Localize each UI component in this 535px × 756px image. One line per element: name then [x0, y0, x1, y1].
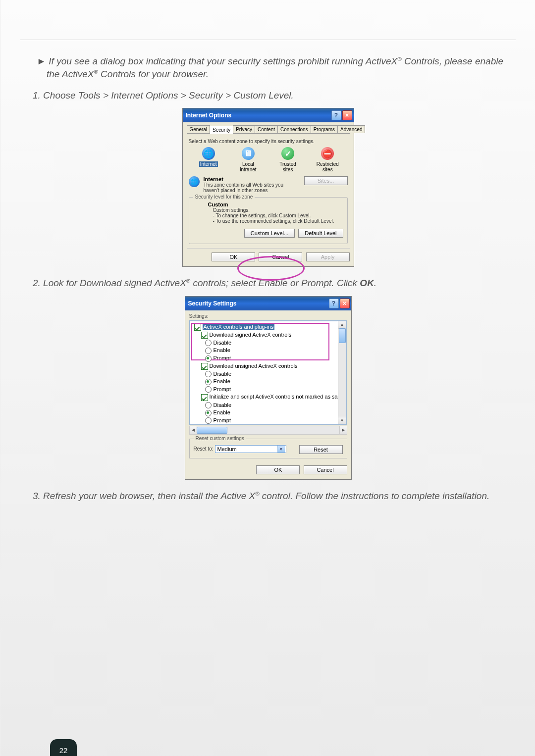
scroll-up-icon[interactable]: ▲ — [338, 321, 346, 329]
tree-item-download-signed[interactable]: Download signed ActiveX controls — [192, 331, 346, 339]
radio-disable-2[interactable]: Disable — [192, 370, 346, 378]
note-text-line3: Controls for your browser. — [98, 69, 209, 79]
restricted-icon: ⛔ — [321, 147, 334, 160]
zone-trusted-sites[interactable]: ✓ Trusted sites — [274, 147, 302, 172]
tree-category-activex[interactable]: ActiveX controls and plug-ins — [192, 323, 346, 331]
step3-text-a: 3. Refresh your web browser, then instal… — [33, 491, 255, 501]
step-3: 3. Refresh your web browser, then instal… — [33, 491, 503, 502]
zone-info-text1: This zone contains all Web sites you — [204, 182, 298, 188]
sites-button[interactable]: Sites... — [304, 176, 348, 185]
horizontal-scrollbar[interactable]: ◀ ▶ — [189, 426, 347, 435]
dialog1-titlebar: Internet Options ? × — [183, 108, 354, 122]
tab-security[interactable]: Security — [210, 126, 233, 134]
radio-prompt-1[interactable]: Prompt — [192, 354, 346, 362]
internet-options-dialog: Internet Options ? × General Security Pr… — [182, 108, 354, 267]
opt-label: Disable — [214, 340, 232, 346]
tab-programs[interactable]: Programs — [311, 125, 338, 133]
cancel-button-2[interactable]: Cancel — [304, 465, 347, 474]
help-button-2[interactable]: ? — [329, 299, 339, 308]
opt-label: Prompt — [214, 355, 231, 361]
step2-text-c: . — [374, 278, 376, 289]
reset-group: Reset custom settings Reset to: Medium R… — [189, 439, 347, 458]
zone-local-intranet[interactable]: 🖥 Local intranet — [234, 147, 262, 172]
globe-small-icon: 🌐 — [189, 176, 200, 187]
opt-label: Enable — [214, 409, 230, 415]
group-legend: Security level for this zone — [193, 194, 255, 200]
tab-content[interactable]: Content — [255, 125, 278, 133]
custom-level-button[interactable]: Custom Level... — [244, 229, 295, 238]
radio-disable-3[interactable]: Disable — [192, 402, 346, 409]
radio-disable-1[interactable]: Disable — [192, 339, 346, 347]
step2-ok: OK — [360, 278, 374, 289]
radio-enable-3[interactable]: Enable — [192, 409, 346, 417]
custom-sub: Custom settings. — [208, 207, 343, 213]
content-area: ► If you see a dialog box indicating tha… — [20, 55, 516, 502]
step2-text-b: controls; select Enable or Prompt. Click — [190, 278, 360, 289]
scroll-left-icon[interactable]: ◀ — [190, 426, 197, 434]
help-button[interactable]: ? — [331, 110, 341, 120]
zone-info-text2: haven't placed in other zones — [204, 188, 298, 193]
tab-advanced[interactable]: Advanced — [337, 125, 365, 133]
dialog1-title: Internet Options — [186, 112, 330, 119]
tab-privacy[interactable]: Privacy — [233, 125, 255, 133]
item1-label: Download signed ActiveX controls — [210, 332, 292, 338]
step3-text-b: control. Follow the instructions to comp… — [260, 491, 490, 501]
zone-restricted-label: Restricted sites — [317, 161, 339, 172]
arrow-icon: ► — [37, 56, 46, 66]
item3-label: Initialize and script ActiveX controls n… — [210, 394, 342, 400]
scroll-thumb-v[interactable] — [339, 328, 346, 343]
tab-general[interactable]: General — [187, 125, 211, 133]
vertical-scrollbar[interactable]: ▲ ▼ — [338, 321, 346, 424]
reset-legend: Reset custom settings — [194, 436, 246, 441]
note-text-line1: If you see a dialog box indicating that … — [49, 56, 397, 66]
scroll-thumb-h[interactable] — [197, 427, 227, 434]
zone-internet[interactable]: 🌐 Internet — [195, 147, 222, 172]
opt-label: Disable — [214, 402, 232, 408]
opt-label: Prompt — [214, 417, 231, 423]
dialog2-titlebar: Security Settings ? × — [185, 297, 351, 310]
close-button-2[interactable]: × — [340, 299, 350, 308]
zone-internet-label: Internet — [199, 161, 218, 167]
document-page: ► If you see a dialog box indicating tha… — [0, 0, 535, 756]
default-level-button[interactable]: Default Level — [298, 229, 343, 238]
scroll-down-icon[interactable]: ▼ — [338, 417, 346, 424]
item-icon — [201, 363, 208, 370]
page-number-tab: 22 — [50, 739, 77, 756]
cancel-button[interactable]: Cancel — [259, 252, 302, 261]
zone-info-title: Internet — [204, 176, 298, 182]
globe-icon: 🌐 — [202, 147, 215, 160]
category-label: ActiveX controls and plug-ins — [203, 324, 275, 330]
zone-trusted-label: Trusted sites — [279, 161, 296, 172]
step-2: 2. Look for Download signed ActiveX® con… — [33, 278, 503, 289]
zones-row: 🌐 Internet 🖥 Local intranet ✓ Trusted si… — [189, 147, 348, 172]
radio-prompt-3[interactable]: Prompt — [192, 417, 346, 425]
tree-item-download-unsigned[interactable]: Download unsigned ActiveX controls — [192, 362, 346, 370]
item-icon — [201, 332, 208, 339]
tree-item-initialize-script[interactable]: Initialize and script ActiveX controls n… — [192, 393, 346, 401]
custom-line1: - To change the settings, click Custom L… — [208, 213, 343, 218]
top-divider — [20, 40, 516, 40]
scroll-right-icon[interactable]: ▶ — [339, 426, 347, 434]
zone-local-label: Local intranet — [240, 161, 256, 172]
settings-tree[interactable]: ActiveX controls and plug-ins Download s… — [189, 320, 347, 425]
radio-enable-1[interactable]: Enable — [192, 347, 346, 354]
step-1: 1. Choose Tools > Internet Options > Sec… — [33, 90, 503, 101]
tab-connections[interactable]: Connections — [277, 125, 311, 133]
reset-combo[interactable]: Medium — [215, 445, 286, 453]
security-settings-dialog: Security Settings ? × Settings: ActiveX … — [185, 296, 352, 480]
close-button[interactable]: × — [342, 110, 352, 120]
apply-button[interactable]: Apply — [306, 252, 350, 261]
dialog1-body: General Security Privacy Content Connect… — [183, 122, 354, 266]
zone-restricted-sites[interactable]: ⛔ Restricted sites — [314, 147, 341, 172]
zone-instruction: Select a Web content zone to specify its… — [189, 139, 348, 144]
radio-prompt-2[interactable]: Prompt — [192, 386, 346, 394]
opt-label: Enable — [214, 347, 230, 353]
opt-label: Disable — [214, 371, 232, 377]
radio-enable-2[interactable]: Enable — [192, 378, 346, 386]
ok-button-2[interactable]: OK — [256, 465, 300, 474]
check-icon: ✓ — [281, 147, 294, 160]
reset-button[interactable]: Reset — [299, 445, 343, 454]
security-level-group: Security level for this zone Custom Cust… — [189, 197, 348, 244]
page-number: 22 — [59, 746, 68, 755]
ok-button[interactable]: OK — [212, 252, 255, 261]
